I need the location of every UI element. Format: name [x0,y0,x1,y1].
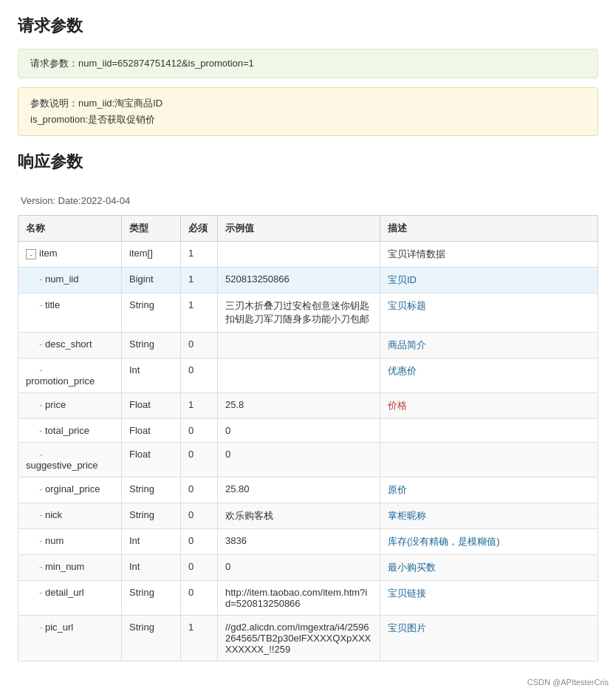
cell-required: 0 [181,333,218,358]
cell-name: - orginal_price [18,477,122,503]
cell-required: 1 [181,242,218,268]
table-header-row: 名称 类型 必须 示例值 描述 [18,216,598,242]
cell-required: 1 [181,293,218,333]
cell-name: - num [18,529,122,555]
cell-type: String [122,293,181,333]
request-section-title: 请求参数 [18,15,598,37]
cell-example: 520813250866 [218,268,380,293]
cell-type: String [122,503,181,529]
cell-type: Float [122,393,181,419]
cell-desc [380,419,598,443]
param-desc-box: 参数说明：num_iid:淘宝商品ID is_promotion:是否获取促销价 [18,87,598,136]
cell-name: - num_iid [18,268,122,293]
cell-type: Int [122,358,181,393]
field-name: suggestive_price [26,460,98,471]
cell-required: 0 [181,477,218,503]
cell-required: 0 [181,555,218,581]
table-row: - min_numInt00最小购买数 [18,555,598,581]
table-row: - detail_urlString0http://item.taobao.co… [18,581,598,616]
expand-icon[interactable]: - [26,249,36,259]
cell-name: - price [18,393,122,419]
cell-desc: 商品简介 [380,333,598,358]
cell-required: 0 [181,358,218,393]
cell-type: String [122,333,181,358]
table-row: -itemitem[]1宝贝详情数据 [18,242,598,268]
response-section-title: 响应参数 [18,151,598,173]
cell-type: String [122,477,181,503]
field-name: item [39,248,58,259]
cell-required: 1 [181,268,218,293]
cell-type: Float [122,443,181,477]
th-type: 类型 [122,216,181,242]
cell-type: Bigint [122,268,181,293]
cell-name: -item [18,242,122,268]
cell-type: String [122,616,181,661]
table-row: - num_iidBigint1520813250866宝贝ID [18,268,598,293]
th-example: 示例值 [218,216,380,242]
request-params-box: 请求参数：num_iid=652874751412&is_promotion=1 [18,49,598,78]
cell-type: item[] [122,242,181,268]
cell-name: - detail_url [18,581,122,616]
cell-name: - min_num [18,555,122,581]
cell-required: 0 [181,503,218,529]
cell-example [218,358,380,393]
cell-desc [380,443,598,477]
cell-desc: 宝贝标题 [380,293,598,333]
cell-desc: 库存(没有精确，是模糊值) [380,529,598,555]
table-row: - suggestive_priceFloat00 [18,443,598,477]
field-name: min_num [45,561,84,572]
cell-example: //gd2.alicdn.com/imgextra/i4/2596264565/… [218,616,380,661]
cell-example [218,333,380,358]
cell-example: 0 [218,443,380,477]
field-name: title [45,299,60,310]
cell-example: 三刃木折叠刀过安检创意迷你钥匙扣钥匙刀军刀随身多功能小刀包邮 [218,293,380,333]
cell-name: - suggestive_price [18,443,122,477]
cell-type: Float [122,419,181,443]
cell-name: - total_price [18,419,122,443]
request-params-value: num_iid=652874751412&is_promotion=1 [78,58,254,69]
th-desc: 描述 [380,216,598,242]
table-row: - priceFloat125.8价格 [18,393,598,419]
field-name: orginal_price [45,483,100,494]
response-table: 名称 类型 必须 示例值 描述 -itemitem[]1宝贝详情数据- num_… [18,215,598,661]
field-name: detail_url [45,587,84,598]
field-name: price [45,399,66,410]
cell-name: - desc_short [18,333,122,358]
field-name: nick [45,509,62,520]
cell-example: 0 [218,419,380,443]
cell-desc: 优惠价 [380,358,598,393]
cell-required: 0 [181,581,218,616]
cell-type: Int [122,529,181,555]
cell-required: 0 [181,443,218,477]
cell-desc: 原价 [380,477,598,503]
field-name: num_iid [45,273,79,285]
field-name: promotion_price [26,375,95,387]
table-row: - orginal_priceString025.80原价 [18,477,598,503]
param-desc-line1: 参数说明：num_iid:淘宝商品ID [30,95,586,112]
cell-example: 25.8 [218,393,380,419]
cell-name: - promotion_price [18,358,122,393]
cell-desc: 宝贝图片 [380,616,598,661]
cell-example: 0 [218,555,380,581]
cell-desc: 最小购买数 [380,555,598,581]
cell-example: 3836 [218,529,380,555]
cell-desc: 掌柜昵称 [380,503,598,529]
field-name: num [45,535,64,546]
param-desc-line2: is_promotion:是否获取促销价 [30,112,586,128]
cell-required: 0 [181,529,218,555]
cell-type: Int [122,555,181,581]
cell-example: 欢乐购客栈 [218,503,380,529]
version-line: Version: Date:2022-04-04 [18,195,598,206]
table-row: - numInt03836库存(没有精确，是模糊值) [18,529,598,555]
cell-example: 25.80 [218,477,380,503]
cell-type: String [122,581,181,616]
table-row: - pic_urlString1//gd2.alicdn.com/imgextr… [18,616,598,661]
th-required: 必须 [181,216,218,242]
cell-desc: 价格 [380,393,598,419]
cell-required: 1 [181,393,218,419]
field-name: total_price [45,425,89,436]
cell-desc: 宝贝链接 [380,581,598,616]
cell-name: - title [18,293,122,333]
table-row: - promotion_priceInt0优惠价 [18,358,598,393]
request-params-label: 请求参数： [30,58,78,69]
